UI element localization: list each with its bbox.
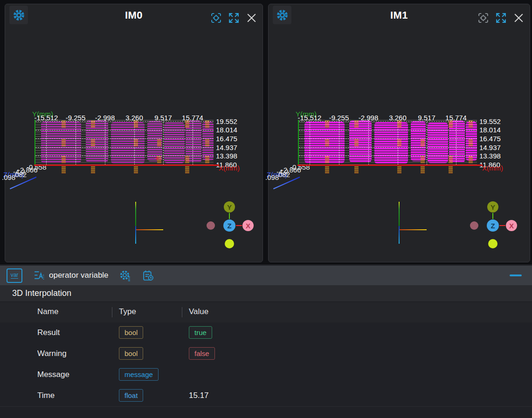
value-badge: false <box>189 347 215 360</box>
gizmo-back-ball[interactable] <box>470 221 478 230</box>
gizmo-y-ball[interactable]: Y <box>224 201 235 212</box>
column-header-name: Name <box>37 307 58 316</box>
gizmo-bottom-ball[interactable] <box>225 239 234 248</box>
axis-triad-y-segment <box>135 202 136 226</box>
y-tick: 13.398 <box>479 152 501 160</box>
table-row[interactable]: Message message <box>0 364 532 386</box>
value-text: 15.17 <box>189 391 209 400</box>
point-cloud-band <box>164 123 185 163</box>
marker-cluster-column <box>62 120 66 165</box>
z-tick: .098 <box>2 173 15 181</box>
z-tick: .098 <box>265 173 279 181</box>
maximize-icon[interactable] <box>228 12 240 24</box>
gridline <box>456 120 456 165</box>
variable-name: Warning <box>37 349 67 358</box>
viewer-panel-im1: IM1 Y(mm <box>268 4 530 262</box>
z-tick: 082 <box>278 171 290 178</box>
marker-cluster-column <box>185 120 189 165</box>
variable-name: Time <box>37 391 55 400</box>
viewer-3d-viewport[interactable]: Y(mm) -15.512 -9.255 -2.998 3.260 9.517 … <box>5 4 263 262</box>
viewer-3d-viewport[interactable]: Y(mm) -15.512 -9.255 -2.998 3.260 9.517 … <box>269 4 530 262</box>
viewer-header: IM0 <box>5 4 263 26</box>
table-row[interactable]: Warning bool false <box>0 343 532 365</box>
gizmo-y-line <box>229 213 230 219</box>
point-cloud-band <box>428 123 448 163</box>
gridline <box>76 120 76 165</box>
gizmo-y-ball[interactable]: Y <box>487 201 498 212</box>
fit-view-icon[interactable] <box>477 12 490 24</box>
gridline <box>193 120 193 165</box>
gizmo-back-ball[interactable] <box>207 221 215 230</box>
variable-settings-icon[interactable] <box>119 269 131 282</box>
gridline <box>427 120 427 165</box>
close-icon[interactable] <box>512 12 525 24</box>
z-tick: 082 <box>15 171 27 178</box>
y-tick: 16.475 <box>216 135 237 143</box>
marker-cluster-column <box>205 120 209 165</box>
marker-cluster-column <box>421 120 425 165</box>
y-tick: 14.937 <box>216 144 237 151</box>
record-history-icon[interactable] <box>142 269 154 282</box>
marker-cluster-column <box>469 120 473 165</box>
marker-cluster-column <box>91 120 95 165</box>
table-row[interactable]: Result bool true <box>0 322 532 344</box>
table-row[interactable]: Time float 15.17 <box>0 385 532 407</box>
y-tick: 19.552 <box>216 117 237 125</box>
gizmo-z-ball[interactable]: Z <box>223 219 235 232</box>
axis-triad-x-segment <box>400 229 427 230</box>
column-divider <box>182 307 182 317</box>
point-cloud-plot <box>299 120 477 165</box>
variable-name: Result <box>37 328 60 337</box>
type-badge: bool <box>119 326 143 339</box>
y-tick: 18.014 <box>479 126 501 134</box>
minimize-panel-button[interactable] <box>510 274 522 276</box>
point-cloud-band <box>111 122 145 164</box>
gridline <box>339 120 339 165</box>
y-tick: 18.014 <box>216 126 237 134</box>
y-tick: 14.937 <box>479 144 501 151</box>
y-axis-line <box>35 120 35 165</box>
variable-toolbar: var operator variable <box>0 266 532 285</box>
x-axis-label: X(mm) <box>482 164 503 172</box>
column-divider <box>112 307 112 317</box>
fit-view-icon[interactable] <box>210 12 222 24</box>
operator-variable-button[interactable]: operator variable <box>33 269 109 282</box>
gridline <box>46 120 47 165</box>
axis-triad-x-segment <box>136 229 163 230</box>
type-badge: message <box>119 368 159 381</box>
section-header[interactable]: 3D Interpolation <box>0 285 532 302</box>
column-header-value: Value <box>189 307 208 316</box>
viewer-panel-im0: IM0 Y(mm <box>5 4 263 262</box>
gridline <box>105 120 105 165</box>
axis-triad-z-segment <box>399 226 400 244</box>
maximize-icon[interactable] <box>495 12 507 24</box>
gizmo-x-ball[interactable]: X <box>242 220 254 231</box>
gizmo-z-ball[interactable]: Z <box>487 219 499 232</box>
y-tick: 19.552 <box>479 117 501 125</box>
variable-panel: var operator variable <box>0 264 532 418</box>
variable-name: Message <box>37 370 69 379</box>
marker-cluster-column <box>325 120 329 165</box>
crosshair-marker <box>155 156 159 160</box>
marker-cluster-column <box>354 120 359 165</box>
value-badge: true <box>189 326 212 339</box>
section-title: 3D Interpolation <box>12 288 71 298</box>
y-tick: 13.398 <box>216 152 237 160</box>
column-header-type: Type <box>119 307 136 316</box>
rename-variable-icon <box>33 269 45 282</box>
marker-cluster-column <box>397 120 401 165</box>
var-icon[interactable]: var <box>7 268 22 283</box>
gizmo-bottom-ball[interactable] <box>488 239 497 248</box>
close-icon[interactable] <box>245 12 258 24</box>
point-cloud-band <box>374 122 408 164</box>
gizmo-x-line <box>236 225 242 226</box>
type-badge: float <box>119 389 143 402</box>
x-axis-label: X(mm) <box>219 164 240 172</box>
axis-triad-y-segment <box>399 202 400 226</box>
table-header: Name Type Value <box>0 302 532 323</box>
type-badge: bool <box>119 347 143 360</box>
gizmo-x-ball[interactable]: X <box>506 220 517 231</box>
gridline <box>163 120 164 165</box>
gridline <box>310 120 310 165</box>
app-stage: IM0 Y(mm <box>0 0 532 418</box>
